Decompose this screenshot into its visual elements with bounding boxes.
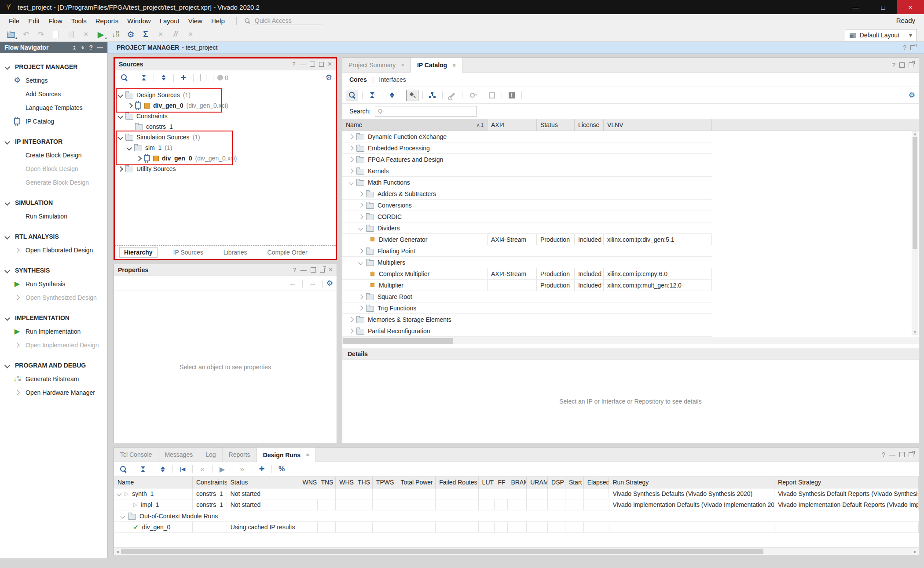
chevron-right-icon[interactable]	[117, 166, 123, 172]
launch-runs-icon[interactable]: ▶	[216, 464, 228, 474]
panel-settings-gear-icon[interactable]: ⚙	[909, 91, 915, 100]
tab-messages[interactable]: Messages	[158, 448, 199, 462]
horizontal-scrollbar[interactable]: ◂ ▸	[114, 547, 919, 555]
pin-filter-icon[interactable]	[406, 90, 418, 101]
catalog-row[interactable]: Memories & Storage Elements	[342, 314, 712, 325]
tab-ip-sources[interactable]: IP Sources	[169, 248, 208, 257]
nav-open-elaborated-design[interactable]: Open Elaborated Design	[0, 243, 107, 257]
float-panel-icon[interactable]	[320, 268, 325, 273]
window-close-button[interactable]: ×	[897, 0, 924, 14]
section-project-manager[interactable]: PROJECT MANAGER	[0, 60, 107, 73]
menu-help[interactable]: Help	[207, 14, 229, 27]
maximize-panel-icon[interactable]	[311, 267, 316, 273]
nav-settings[interactable]: ⚙Settings	[0, 73, 107, 87]
layout-selector[interactable]: Default Layout ▾	[845, 29, 917, 41]
catalog-row-multiplier[interactable]: MultiplierProductionIncludedxilinx.com:i…	[342, 280, 712, 291]
maximize-panel-icon[interactable]	[899, 62, 905, 68]
tab-reports[interactable]: Reports	[222, 448, 257, 462]
subtab-interfaces[interactable]: Interfaces	[379, 76, 406, 83]
tab-tcl-console[interactable]: Tcl Console	[114, 448, 158, 462]
window-minimize-button[interactable]: —	[842, 0, 869, 14]
catalog-search-box[interactable]: Q·	[375, 106, 477, 117]
tab-libraries[interactable]: Libraries	[219, 248, 252, 257]
forward-arrow-icon[interactable]: →	[307, 278, 318, 289]
horizontal-scrollbar[interactable]	[342, 337, 919, 344]
catalog-row[interactable]: Multipliers	[342, 257, 712, 268]
help-icon[interactable]: ?	[89, 44, 93, 51]
scrollbar-thumb[interactable]	[343, 338, 453, 344]
minimize-panel-icon[interactable]: —	[301, 266, 307, 273]
chevron-right-icon[interactable]	[127, 103, 133, 109]
section-synthesis[interactable]: SYNTHESIS	[0, 264, 107, 277]
search-icon[interactable]	[346, 90, 358, 101]
collapse-all-icon[interactable]	[367, 90, 378, 101]
tree-row-div-gen-0[interactable]: div_gen_0(div_gen_0.xci)	[115, 100, 336, 111]
open-project-icon[interactable]	[4, 28, 18, 41]
catalog-row[interactable]: CORDIC	[342, 211, 712, 222]
tab-compile-order[interactable]: Compile Order	[263, 248, 312, 257]
help-icon[interactable]: ?	[882, 451, 885, 458]
catalog-row[interactable]: Dynamic Function eXchange	[342, 131, 712, 142]
tab-project-summary[interactable]: Project Summary×	[342, 58, 411, 72]
license-key-icon[interactable]	[466, 90, 478, 101]
chevron-down-icon[interactable]	[117, 92, 123, 98]
nav-language-templates[interactable]: Language Templates	[0, 101, 107, 114]
percent-icon[interactable]: %	[276, 464, 287, 474]
menu-reports[interactable]: Reports	[91, 14, 123, 27]
subtab-cores[interactable]: Cores	[349, 76, 367, 83]
chevron-right-icon[interactable]	[136, 156, 142, 161]
expand-all-icon[interactable]	[81, 46, 84, 49]
float-panel-icon[interactable]	[910, 45, 915, 50]
tab-hierarchy[interactable]: Hierarchy	[119, 247, 158, 258]
quick-access-input[interactable]	[254, 17, 322, 25]
expand-all-icon[interactable]	[158, 73, 169, 83]
menu-window[interactable]: Window	[123, 14, 155, 27]
catalog-row[interactable]: Partial Reconfiguration	[342, 325, 712, 337]
section-implementation[interactable]: IMPLEMENTATION	[0, 311, 107, 324]
panel-settings-gear-icon[interactable]: ⚙	[326, 279, 333, 288]
group-by-hierarchy-icon[interactable]	[427, 90, 438, 101]
scroll-left-icon[interactable]: ◂	[114, 549, 121, 554]
menu-edit[interactable]: Edit	[24, 14, 44, 27]
design-runs-table-header[interactable]: NameConstraintsStatus WNSTNSWHS THSTPWST…	[114, 477, 919, 488]
window-maximize-button[interactable]: □	[869, 0, 897, 14]
scrollbar-thumb[interactable]	[913, 137, 917, 249]
redo-icon[interactable]: ↷	[33, 28, 48, 41]
tree-row-simulation-sources[interactable]: Simulation Sources(1)	[115, 132, 336, 142]
scroll-up-icon[interactable]: ∧	[913, 131, 917, 137]
skip-forward-icon[interactable]: »	[236, 464, 248, 474]
step-back-icon[interactable]: «	[197, 464, 208, 474]
catalog-table-header[interactable]: Name∧1 AXI4 Status License VLNV	[342, 119, 919, 131]
collapse-all-icon[interactable]	[138, 73, 150, 83]
nav-ip-catalog[interactable]: IP Catalog	[0, 114, 107, 128]
chevron-down-icon[interactable]	[117, 491, 121, 496]
menu-flow[interactable]: Flow	[44, 14, 67, 27]
nav-open-synthesized-design[interactable]: Open Synthesized Design	[0, 291, 107, 304]
search-icon[interactable]	[117, 464, 129, 474]
chevron-down-icon[interactable]	[126, 145, 132, 151]
scroll-right-icon[interactable]: ▸	[912, 549, 919, 554]
cancel-icon-2[interactable]: ×	[183, 28, 198, 41]
catalog-row[interactable]: Conversions	[342, 200, 712, 211]
menu-layout[interactable]: Layout	[155, 14, 184, 27]
section-program-and-debug[interactable]: PROGRAM AND DEBUG	[0, 359, 107, 372]
scroll-down-icon[interactable]: ∨	[913, 329, 917, 335]
tab-design-runs[interactable]: Design Runs×	[257, 448, 316, 462]
nav-run-implementation[interactable]: ▶Run Implementation	[0, 324, 107, 338]
delete-icon[interactable]: ×	[78, 28, 93, 41]
help-icon[interactable]: ?	[292, 61, 296, 68]
section-rtl-analysis[interactable]: RTL ANALYSIS	[0, 230, 107, 243]
close-tab-icon[interactable]: ×	[452, 62, 456, 69]
collapse-all-icon[interactable]	[137, 464, 149, 474]
catalog-row[interactable]: Square Root	[342, 291, 712, 302]
nav-create-block-design[interactable]: Create Block Design	[0, 148, 107, 162]
catalog-row-complex-multiplier[interactable]: Complex MultiplierAXI4-StreamProductionI…	[342, 268, 712, 280]
menu-tools[interactable]: Tools	[67, 14, 91, 27]
maximize-panel-icon[interactable]	[310, 62, 315, 67]
section-ip-integrator[interactable]: IP INTEGRATOR	[0, 135, 107, 148]
chevron-down-icon[interactable]	[120, 513, 125, 518]
tab-log[interactable]: Log	[199, 448, 222, 462]
catalog-row[interactable]: FPGA Features and Design	[342, 154, 712, 165]
tree-row-sim-1[interactable]: sim_1(1)	[115, 142, 336, 153]
nav-open-block-design[interactable]: Open Block Design	[0, 162, 107, 175]
